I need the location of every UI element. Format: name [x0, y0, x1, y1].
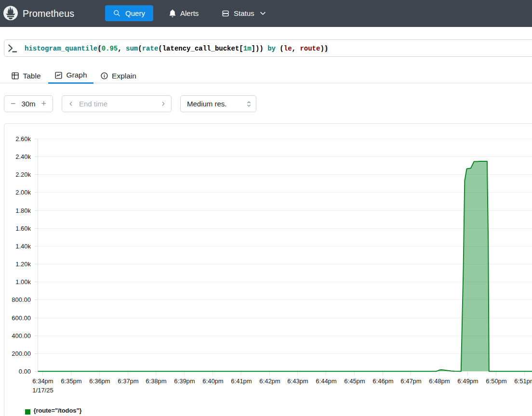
- svg-text:2.60k: 2.60k: [15, 135, 31, 143]
- svg-text:6:38pm: 6:38pm: [146, 377, 166, 385]
- svg-text:1.20k: 1.20k: [15, 260, 31, 268]
- svg-text:800.00: 800.00: [12, 296, 31, 303]
- svg-text:600.00: 600.00: [12, 314, 31, 322]
- svg-text:6:51pm: 6:51pm: [514, 377, 532, 385]
- svg-text:6:36pm: 6:36pm: [89, 377, 110, 385]
- svg-text:1.60k: 1.60k: [15, 225, 31, 232]
- svg-text:6:43pm: 6:43pm: [287, 377, 308, 385]
- svg-text:200.00: 200.00: [12, 350, 31, 357]
- svg-text:6:40pm: 6:40pm: [202, 377, 223, 385]
- svg-text:6:39pm: 6:39pm: [174, 377, 195, 385]
- svg-text:6:37pm: 6:37pm: [118, 377, 138, 385]
- svg-text:1/17/25: 1/17/25: [32, 387, 53, 394]
- svg-text:6:35pm: 6:35pm: [61, 377, 81, 385]
- svg-text:2.20k: 2.20k: [15, 171, 31, 178]
- svg-text:6:50pm: 6:50pm: [486, 377, 506, 385]
- svg-text:6:41pm: 6:41pm: [231, 377, 252, 385]
- svg-text:6:42pm: 6:42pm: [259, 377, 280, 385]
- svg-text:6:46pm: 6:46pm: [372, 377, 393, 385]
- svg-text:6:47pm: 6:47pm: [400, 377, 421, 385]
- svg-text:2.00k: 2.00k: [15, 189, 31, 196]
- svg-text:1.80k: 1.80k: [15, 207, 31, 214]
- svg-text:0.00: 0.00: [19, 368, 31, 375]
- svg-text:6:34pm: 6:34pm: [32, 377, 53, 385]
- svg-text:1.00k: 1.00k: [15, 278, 31, 286]
- svg-text:6:44pm: 6:44pm: [316, 377, 336, 385]
- svg-text:2.40k: 2.40k: [15, 153, 31, 160]
- svg-text:6:49pm: 6:49pm: [457, 377, 478, 385]
- svg-text:6:48pm: 6:48pm: [429, 377, 450, 385]
- svg-text:400.00: 400.00: [12, 332, 31, 339]
- svg-text:1.40k: 1.40k: [15, 243, 31, 250]
- svg-text:6:45pm: 6:45pm: [344, 377, 365, 385]
